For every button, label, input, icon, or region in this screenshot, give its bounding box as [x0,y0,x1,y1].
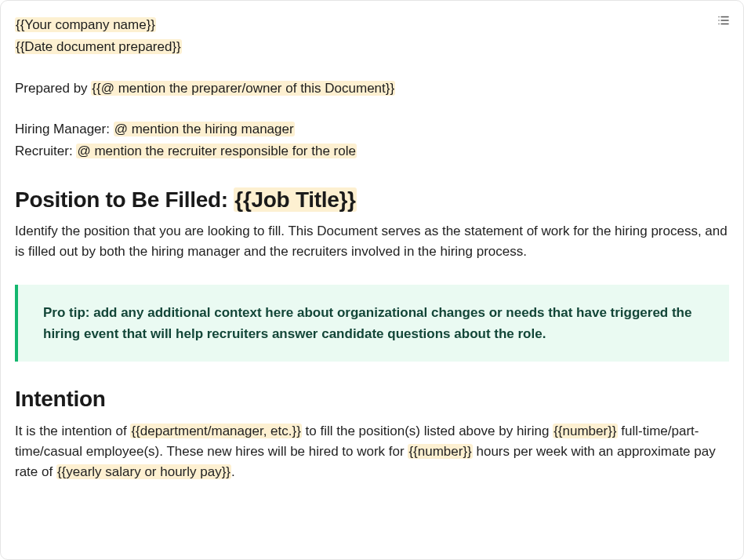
pro-tip-text: Pro tip: add any additional context here… [43,305,691,341]
number1-placeholder[interactable]: {{number}} [553,424,617,438]
hiring-manager-placeholder[interactable]: @ mention the hiring manager [114,122,295,136]
company-name-line[interactable]: {{Your company name}} [15,15,729,35]
pro-tip-callout[interactable]: Pro tip: add any additional context here… [15,285,729,362]
intention-text-1b: to fill the position(s) listed above by … [302,424,553,438]
position-heading[interactable]: Position to Be Filled: {{Job Title}} [15,183,729,216]
prepared-by-line[interactable]: Prepared by {{@ mention the preparer/own… [15,78,729,99]
position-heading-prefix: Position to Be Filled: [15,187,234,212]
dept-placeholder[interactable]: {{department/manager, etc.}} [130,424,301,438]
hiring-manager-line[interactable]: Hiring Manager: @ mention the hiring man… [15,119,729,140]
intention-heading[interactable]: Intention [15,382,729,416]
pay-placeholder[interactable]: {{yearly salary or hourly pay}} [56,464,231,479]
position-body[interactable]: Identify the position that you are looki… [15,221,729,263]
intention-text-end: . [231,464,235,479]
recruiter-label: Recruiter: [15,144,76,158]
document-page: {{Your company name}} {{Date document pr… [0,0,744,560]
date-line[interactable]: {{Date document prepared}} [15,37,729,57]
recruiter-line[interactable]: Recruiter: @ mention the recruiter respo… [15,141,729,162]
intention-body[interactable]: It is the intention of {{department/mana… [15,421,729,483]
hiring-manager-label: Hiring Manager: [15,122,114,136]
outline-toggle-icon[interactable] [715,12,732,29]
date-placeholder[interactable]: {{Date document prepared}} [15,39,182,54]
company-name-placeholder[interactable]: {{Your company name}} [15,17,156,32]
recruiter-placeholder[interactable]: @ mention the recruiter responsible for … [76,144,357,158]
number2-placeholder[interactable]: {{number}} [408,444,472,459]
prepared-by-placeholder[interactable]: {{@ mention the preparer/owner of this D… [91,81,395,96]
prepared-by-label: Prepared by [15,81,91,96]
intention-text-1a: It is the intention of [15,424,130,438]
job-title-placeholder[interactable]: {{Job Title}} [234,187,356,212]
